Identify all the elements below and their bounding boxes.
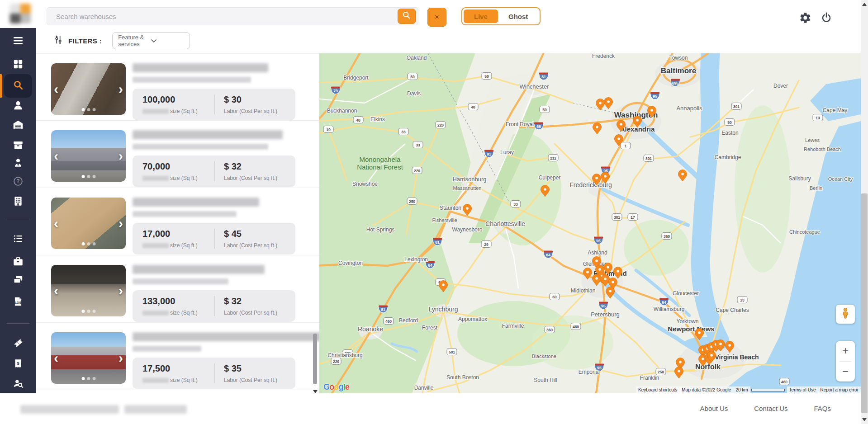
map-data-label: Map data ©2022 Google — [679, 386, 733, 393]
nav-billing[interactable]: $ — [8, 355, 28, 375]
scroll-down-icon[interactable] — [313, 390, 318, 393]
footer-blurred-text — [20, 405, 187, 414]
terms-link[interactable]: Terms of Use — [787, 386, 818, 393]
nav-listings[interactable] — [8, 230, 28, 250]
svg-text:81: 81 — [541, 75, 546, 79]
carousel-prev-icon[interactable]: ‹ — [54, 82, 58, 96]
nav-find-user[interactable] — [8, 375, 28, 395]
svg-text:501: 501 — [449, 350, 455, 354]
zoom-out-button[interactable]: − — [836, 362, 855, 382]
redacted-label — [142, 378, 169, 383]
carousel-next-icon[interactable]: › — [119, 217, 123, 230]
labor-cost-value: $ 45 — [224, 229, 295, 239]
map-city-label: Forest — [422, 325, 438, 331]
carousel-next-icon[interactable]: › — [119, 149, 123, 163]
map-city-label: Appomattox — [458, 316, 487, 322]
list-scrollbar[interactable] — [313, 53, 318, 393]
svg-text:81: 81 — [435, 240, 440, 245]
report-error-link[interactable]: Report a map error — [818, 386, 861, 393]
map-city-label: Annapolis — [676, 105, 702, 112]
carousel-next-icon[interactable]: › — [119, 351, 123, 365]
gear-icon — [799, 12, 811, 26]
aerial-warehouse-photo[interactable]: ‹› — [51, 198, 126, 249]
feature-services-dropdown[interactable]: Feature & services — [112, 32, 190, 49]
nav-inventory[interactable] — [8, 136, 28, 156]
map-city-label: MonongahelaNational Forest — [357, 155, 403, 171]
carousel-prev-icon[interactable]: ‹ — [54, 284, 58, 297]
map-city-label: Rehoboth Beach — [804, 146, 841, 152]
search-bar — [47, 7, 418, 25]
carousel-next-icon[interactable]: › — [119, 284, 123, 297]
carousel-prev-icon[interactable]: ‹ — [54, 351, 58, 365]
labor-cost-value: $ 35 — [224, 363, 295, 374]
logout-button[interactable] — [819, 11, 834, 26]
nav-tickets[interactable] — [8, 334, 28, 353]
footer-link-about-us[interactable]: About Us — [700, 405, 728, 412]
map-canvas[interactable]: 9595959595895818181816664646479505050504… — [319, 53, 861, 393]
menu-toggle[interactable] — [8, 32, 28, 52]
toggle-ghost[interactable]: Ghost — [498, 9, 538, 23]
pegman-icon — [840, 307, 850, 321]
settings-button[interactable] — [797, 11, 813, 26]
pegman-control[interactable] — [836, 305, 855, 324]
nav-warehouses[interactable] — [8, 116, 28, 136]
map-city-label: Gloucester — [673, 290, 699, 297]
aerial-warehouse-photo[interactable]: ‹› — [51, 63, 126, 115]
svg-text:64: 64 — [662, 300, 666, 305]
nav-search-warehouses[interactable] — [4, 74, 32, 98]
map-city-label: Midlothian — [571, 287, 596, 294]
top-bar: × Live Ghost — [0, 0, 861, 28]
carousel-prev-icon[interactable]: ‹ — [54, 217, 58, 230]
nav-documents[interactable] — [8, 271, 28, 291]
carousel-next-icon[interactable]: › — [119, 82, 123, 96]
warehouse-card[interactable]: ‹›17,500size (Sq ft.)$ 35Labor (Cost Per… — [36, 323, 319, 390]
scroll-up-icon[interactable] — [862, 3, 867, 6]
size-label: size (Sq ft.) — [170, 310, 198, 316]
window-scrollbar-thumb[interactable] — [861, 193, 868, 413]
window-scrollbar[interactable] — [861, 0, 868, 424]
nav-customers[interactable] — [8, 154, 28, 174]
warehouse-icon — [12, 119, 24, 132]
nav-help[interactable]: ? — [8, 172, 28, 192]
loading-dock-photo[interactable]: ‹› — [51, 332, 126, 384]
clear-search-button[interactable]: × — [427, 8, 446, 27]
user-search-icon — [12, 378, 24, 391]
building-icon — [12, 195, 24, 209]
search-input[interactable] — [55, 12, 398, 21]
footer-link-contact-us[interactable]: Contact Us — [754, 405, 787, 412]
carousel-prev-icon[interactable]: ‹ — [54, 149, 58, 163]
nav-users[interactable] — [8, 96, 28, 116]
nav-logs[interactable]: LOG — [8, 292, 28, 312]
us-route-shield: 360 — [545, 326, 555, 333]
map-city-label: Yorktown — [677, 318, 699, 325]
svg-text:48: 48 — [356, 118, 360, 122]
scroll-down-icon[interactable] — [862, 418, 867, 421]
svg-text:258: 258 — [658, 370, 664, 374]
toggle-live[interactable]: Live — [464, 9, 498, 23]
map-city-label: Lewes — [805, 137, 820, 143]
us-route-shield: 33 — [511, 201, 521, 207]
carousel-dots — [81, 175, 95, 178]
svg-text:895: 895 — [672, 81, 678, 85]
footer-link-faqs[interactable]: FAQs — [814, 405, 831, 412]
warehouse-interior-photo[interactable]: ‹› — [51, 265, 126, 316]
warehouse-card[interactable]: ‹›70,000size (Sq ft.)$ 32Labor (Cost Per… — [36, 121, 319, 188]
keyboard-shortcuts-link[interactable]: Keyboard shortcuts — [636, 386, 679, 393]
search-button[interactable] — [398, 9, 416, 24]
nav-jobs[interactable] — [8, 252, 28, 272]
building-exterior-photo[interactable]: ‹› — [51, 130, 126, 182]
warehouse-card[interactable]: ‹›100,000size (Sq ft.)$ 30Labor (Cost Pe… — [36, 53, 319, 121]
warehouse-card[interactable]: ‹›133,000size (Sq ft.)$ 32Labor (Cost Pe… — [36, 255, 319, 323]
nav-dashboard[interactable] — [8, 55, 28, 75]
size-value: 17,000 — [142, 229, 214, 239]
warehouse-name-redacted — [133, 332, 319, 341]
svg-text:33: 33 — [416, 143, 420, 147]
nav-buildings[interactable] — [8, 192, 28, 212]
map-city-label: Covington — [338, 260, 363, 266]
list-scrollbar-thumb[interactable] — [313, 334, 317, 384]
warehouse-card[interactable]: ‹›17,000size (Sq ft.)$ 45Labor (Cost Per… — [36, 188, 319, 255]
zoom-in-button[interactable]: + — [836, 341, 855, 361]
warehouse-stats: 100,000size (Sq ft.)$ 30Labor (Cost Per … — [133, 89, 295, 120]
map-city-label: Harrisonburg — [452, 176, 486, 183]
us-route-shield: 220 — [436, 122, 446, 128]
